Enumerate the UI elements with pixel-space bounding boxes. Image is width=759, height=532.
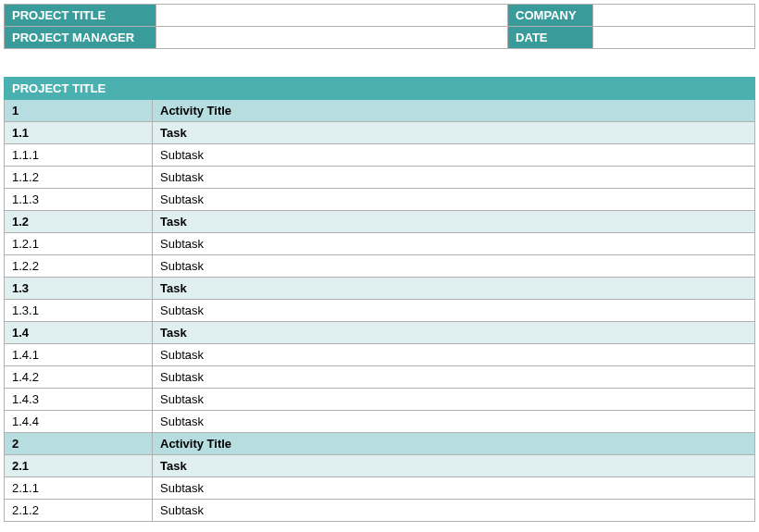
wbs-id-cell[interactable]: 2 bbox=[5, 433, 153, 455]
company-label: COMPANY bbox=[508, 5, 593, 27]
wbs-id-cell[interactable]: 1.2 bbox=[5, 211, 153, 233]
wbs-text-cell[interactable]: Activity Title bbox=[153, 433, 755, 455]
project-header-table: PROJECT TITLE COMPANY PROJECT MANAGER DA… bbox=[4, 4, 755, 49]
wbs-id-cell[interactable]: 1.4 bbox=[5, 322, 153, 344]
wbs-id-cell[interactable]: 1.2.2 bbox=[5, 255, 153, 278]
wbs-id-cell[interactable]: 1.4.3 bbox=[5, 389, 153, 411]
wbs-id-cell[interactable]: 1.1.1 bbox=[5, 144, 153, 167]
wbs-text-cell[interactable]: Subtask bbox=[153, 233, 755, 255]
wbs-text-cell[interactable]: Task bbox=[153, 211, 755, 233]
wbs-row: 1.1.1Subtask bbox=[5, 144, 755, 167]
wbs-id-cell[interactable]: 2.1 bbox=[5, 455, 153, 477]
wbs-id-cell[interactable]: 2.1.2 bbox=[5, 500, 153, 522]
wbs-row: 2.1.2Subtask bbox=[5, 500, 755, 522]
wbs-text-cell[interactable]: Subtask bbox=[153, 255, 755, 278]
wbs-row: 1.4.4Subtask bbox=[5, 411, 755, 433]
wbs-row: 1.4.3Subtask bbox=[5, 389, 755, 411]
wbs-body: 1Activity Title1.1Task1.1.1Subtask1.1.2S… bbox=[5, 100, 755, 522]
wbs-text-cell[interactable]: Subtask bbox=[153, 500, 755, 522]
project-manager-label: PROJECT MANAGER bbox=[5, 27, 156, 49]
header-row-1: PROJECT TITLE COMPANY bbox=[5, 5, 755, 27]
project-title-label: PROJECT TITLE bbox=[5, 5, 156, 27]
wbs-text-cell[interactable]: Subtask bbox=[153, 300, 755, 322]
wbs-row: 1.2Task bbox=[5, 211, 755, 233]
wbs-row: 2Activity Title bbox=[5, 433, 755, 455]
wbs-text-cell[interactable]: Subtask bbox=[153, 389, 755, 411]
wbs-id-cell[interactable]: 1.4.4 bbox=[5, 411, 153, 433]
wbs-text-cell[interactable]: Subtask bbox=[153, 344, 755, 366]
wbs-row: 1.4.1Subtask bbox=[5, 344, 755, 366]
wbs-title-row: PROJECT TITLE bbox=[5, 78, 755, 100]
wbs-id-cell[interactable]: 1.1 bbox=[5, 122, 153, 144]
wbs-row: 1.3.1Subtask bbox=[5, 300, 755, 322]
date-value[interactable] bbox=[593, 27, 755, 49]
wbs-id-cell[interactable]: 1.1.3 bbox=[5, 189, 153, 211]
wbs-text-cell[interactable]: Subtask bbox=[153, 144, 755, 167]
wbs-text-cell[interactable]: Task bbox=[153, 455, 755, 477]
wbs-text-cell[interactable]: Task bbox=[153, 322, 755, 344]
wbs-row: 1.1Task bbox=[5, 122, 755, 144]
wbs-id-cell[interactable]: 1.2.1 bbox=[5, 233, 153, 255]
wbs-text-cell[interactable]: Task bbox=[153, 278, 755, 300]
date-label: DATE bbox=[508, 27, 593, 49]
wbs-row: 1Activity Title bbox=[5, 100, 755, 122]
wbs-id-cell[interactable]: 2.1.1 bbox=[5, 477, 153, 500]
project-manager-value[interactable] bbox=[156, 27, 508, 49]
wbs-id-cell[interactable]: 1.4.1 bbox=[5, 344, 153, 366]
wbs-id-cell[interactable]: 1.1.2 bbox=[5, 167, 153, 189]
wbs-text-cell[interactable]: Subtask bbox=[153, 189, 755, 211]
wbs-text-cell[interactable]: Subtask bbox=[153, 167, 755, 189]
wbs-id-cell[interactable]: 1.4.2 bbox=[5, 366, 153, 389]
wbs-table: PROJECT TITLE 1Activity Title1.1Task1.1.… bbox=[4, 77, 755, 522]
wbs-row: 1.1.2Subtask bbox=[5, 167, 755, 189]
wbs-row: 1.4.2Subtask bbox=[5, 366, 755, 389]
wbs-id-cell[interactable]: 1 bbox=[5, 100, 153, 122]
wbs-text-cell[interactable]: Subtask bbox=[153, 477, 755, 500]
wbs-row: 2.1Task bbox=[5, 455, 755, 477]
wbs-text-cell[interactable]: Task bbox=[153, 122, 755, 144]
wbs-row: 1.2.1Subtask bbox=[5, 233, 755, 255]
wbs-id-cell[interactable]: 1.3.1 bbox=[5, 300, 153, 322]
project-title-value[interactable] bbox=[156, 5, 508, 27]
wbs-text-cell[interactable]: Subtask bbox=[153, 411, 755, 433]
wbs-row: 1.4Task bbox=[5, 322, 755, 344]
wbs-row: 1.3Task bbox=[5, 278, 755, 300]
wbs-text-cell[interactable]: Subtask bbox=[153, 366, 755, 389]
wbs-text-cell[interactable]: Activity Title bbox=[153, 100, 755, 122]
header-row-2: PROJECT MANAGER DATE bbox=[5, 27, 755, 49]
wbs-id-cell[interactable]: 1.3 bbox=[5, 278, 153, 300]
wbs-row: 2.1.1Subtask bbox=[5, 477, 755, 500]
wbs-title: PROJECT TITLE bbox=[5, 78, 755, 100]
wbs-row: 1.2.2Subtask bbox=[5, 255, 755, 278]
company-value[interactable] bbox=[593, 5, 755, 27]
wbs-row: 1.1.3Subtask bbox=[5, 189, 755, 211]
